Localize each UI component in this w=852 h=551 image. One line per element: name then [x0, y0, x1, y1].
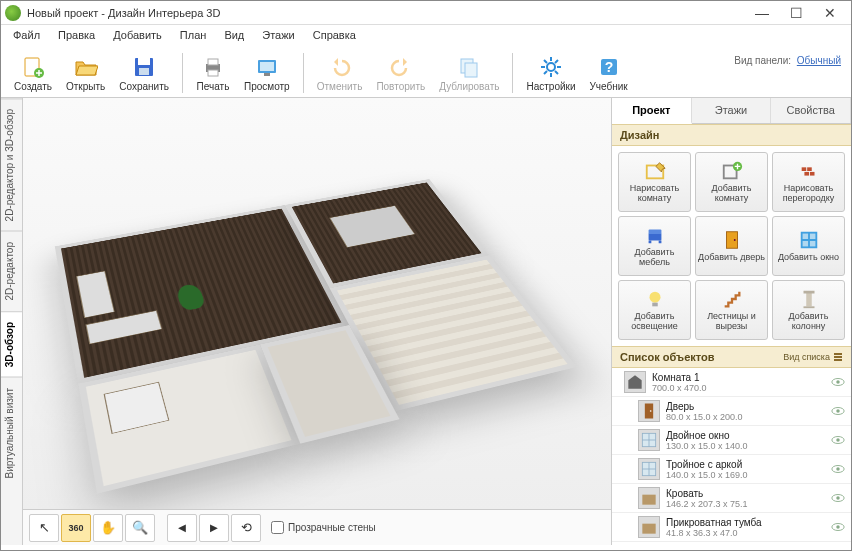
svg-rect-4 — [139, 68, 149, 75]
tool-add-window[interactable]: Добавить окно — [772, 216, 845, 276]
tool-add-light[interactable]: Добавить освещение — [618, 280, 691, 340]
svg-point-13 — [547, 63, 555, 71]
tool-draw-partition[interactable]: Нарисовать перегородку — [772, 152, 845, 212]
open-icon — [74, 55, 98, 79]
object-dimensions: 146.2 x 207.3 x 75.1 — [666, 499, 825, 509]
objects-header-label: Список объектов — [620, 351, 714, 363]
svg-rect-23 — [648, 233, 661, 240]
objects-list: Комната 1700.0 x 470.0Дверь80.0 x 15.0 x… — [612, 368, 851, 545]
tab-project[interactable]: Проект — [612, 98, 692, 124]
viewport: ↖ 360 ✋ 🔍 ◄ ► ⟲ Прозрачные стены — [23, 98, 611, 545]
tool-stairs[interactable]: Лестницы и вырезы — [695, 280, 768, 340]
sidetab-virtual[interactable]: Виртуальный визит — [1, 377, 22, 489]
side-tabs: 2D-редактор и 3D-обзор2D-редактор3D-обзо… — [1, 98, 23, 545]
undo-icon — [328, 55, 352, 79]
menu-2[interactable]: Добавить — [105, 27, 170, 43]
tool-pan[interactable]: ✋ — [93, 514, 123, 542]
toolbar-undo-button: Отменить — [310, 49, 370, 97]
sidetab-3d[interactable]: 3D-обзор — [1, 311, 22, 377]
tool-add-door[interactable]: Добавить дверь — [695, 216, 768, 276]
tab-props[interactable]: Свойства — [771, 98, 851, 123]
visibility-icon[interactable] — [831, 406, 845, 416]
3d-view[interactable] — [23, 98, 611, 509]
object-dimensions: 41.8 x 36.3 x 47.0 — [666, 528, 825, 538]
toolbar-open-button[interactable]: Открыть — [59, 49, 112, 97]
panel-view-value[interactable]: Обычный — [797, 55, 841, 66]
maximize-button[interactable]: ☐ — [779, 2, 813, 24]
minimize-button[interactable]: — — [745, 2, 779, 24]
tool-label: Добавить комнату — [698, 184, 765, 204]
main-toolbar: СоздатьОткрытьСохранитьПечатьПросмотрОтм… — [7, 49, 635, 97]
svg-rect-19 — [801, 167, 806, 171]
tool-draw-room[interactable]: Нарисовать комнату — [618, 152, 691, 212]
tool-select[interactable]: ↖ — [29, 514, 59, 542]
visibility-icon[interactable] — [831, 464, 845, 474]
visibility-icon[interactable] — [831, 435, 845, 445]
svg-rect-37 — [834, 359, 842, 361]
tool-reset-view[interactable]: ⟲ — [231, 514, 261, 542]
svg-rect-9 — [260, 62, 274, 71]
object-name: Двойное окно — [666, 430, 825, 441]
visibility-icon[interactable] — [831, 377, 845, 387]
object-dimensions: 130.0 x 15.0 x 140.0 — [666, 441, 825, 451]
design-section-header: Дизайн — [612, 124, 851, 146]
objects-header: Список объектов Вид списка — [612, 346, 851, 368]
right-panel: ПроектЭтажиСвойства Дизайн Нарисовать ко… — [611, 98, 851, 545]
tab-floors[interactable]: Этажи — [692, 98, 772, 123]
svg-rect-32 — [806, 293, 812, 307]
object-item[interactable]: Тройное с аркой140.0 x 15.0 x 169.0 — [612, 455, 851, 484]
add-furniture-icon — [644, 224, 666, 246]
visibility-icon[interactable] — [831, 493, 845, 503]
toolbar-tutorial-button[interactable]: ?Учебник — [583, 49, 635, 97]
menu-4[interactable]: Вид — [216, 27, 252, 43]
menu-5[interactable]: Этажи — [254, 27, 302, 43]
tool-add-furniture[interactable]: Добавить мебель — [618, 216, 691, 276]
toolbar-settings-button[interactable]: Настройки — [519, 49, 582, 97]
view-icon — [255, 55, 279, 79]
toolbar-label: Создать — [14, 81, 52, 92]
object-icon — [638, 487, 660, 509]
tool-add-column[interactable]: Добавить колонну — [772, 280, 845, 340]
sidetab-2d-3d[interactable]: 2D-редактор и 3D-обзор — [1, 98, 22, 231]
toolbar-print-button[interactable]: Печать — [189, 49, 237, 97]
transparent-walls-toggle[interactable]: Прозрачные стены — [271, 521, 376, 534]
svg-rect-25 — [648, 241, 651, 244]
tool-walk-right[interactable]: ► — [199, 514, 229, 542]
tool-label: Добавить окно — [778, 253, 839, 263]
tool-zoom[interactable]: 🔍 — [125, 514, 155, 542]
object-item[interactable]: Комната 1700.0 x 470.0 — [612, 368, 851, 397]
tool-walk-left[interactable]: ◄ — [167, 514, 197, 542]
toolbar-view-button[interactable]: Просмотр — [237, 49, 297, 97]
svg-point-39 — [836, 380, 840, 384]
menu-0[interactable]: Файл — [5, 27, 48, 43]
svg-rect-36 — [834, 356, 842, 358]
close-button[interactable]: ✕ — [813, 2, 847, 24]
svg-rect-10 — [264, 73, 270, 76]
svg-point-30 — [649, 292, 660, 303]
visibility-icon[interactable] — [831, 522, 845, 532]
menu-6[interactable]: Справка — [305, 27, 364, 43]
object-item[interactable]: Прикроватная тумба41.8 x 36.3 x 47.0 — [612, 513, 851, 542]
tool-add-room[interactable]: Добавить комнату — [695, 152, 768, 212]
add-room-icon — [721, 160, 743, 182]
sidetab-2d[interactable]: 2D-редактор — [1, 231, 22, 311]
menu-3[interactable]: План — [172, 27, 215, 43]
svg-text:?: ? — [604, 59, 613, 75]
toolbar-save-button[interactable]: Сохранить — [112, 49, 176, 97]
stairs-icon — [721, 288, 743, 310]
object-item[interactable]: Дверь80.0 x 15.0 x 200.0 — [612, 397, 851, 426]
panel-view-selector[interactable]: Вид панели: Обычный — [730, 49, 845, 72]
svg-rect-40 — [645, 404, 653, 419]
view-toolbar: ↖ 360 ✋ 🔍 ◄ ► ⟲ Прозрачные стены — [23, 509, 611, 545]
object-item[interactable]: Кровать146.2 x 207.3 x 75.1 — [612, 484, 851, 513]
main-area: 2D-редактор и 3D-обзор2D-редактор3D-обзо… — [1, 98, 851, 545]
object-name: Дверь — [666, 401, 825, 412]
menubar: ФайлПравкаДобавитьПланВидЭтажиСправка — [1, 25, 851, 45]
objects-viewmode[interactable]: Вид списка — [783, 352, 843, 362]
object-item[interactable]: Двойное окно130.0 x 15.0 x 140.0 — [612, 426, 851, 455]
add-light-icon — [644, 288, 666, 310]
transparent-walls-checkbox[interactable] — [271, 521, 284, 534]
tool-orbit-360[interactable]: 360 — [61, 514, 91, 542]
toolbar-create-button[interactable]: Создать — [7, 49, 59, 97]
menu-1[interactable]: Правка — [50, 27, 103, 43]
